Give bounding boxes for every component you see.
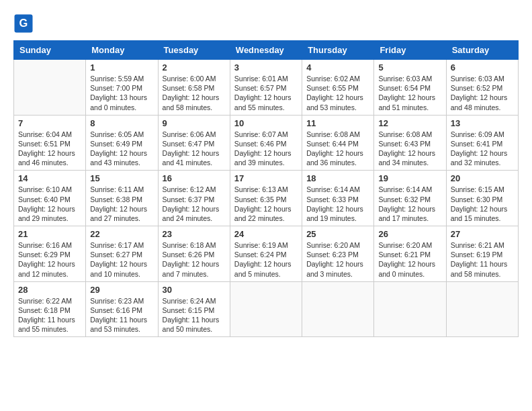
- day-info: Sunrise: 6:02 AM Sunset: 6:55 PM Dayligh…: [306, 74, 369, 112]
- day-number: 6: [451, 62, 514, 73]
- day-info: Sunrise: 6:13 AM Sunset: 6:35 PM Dayligh…: [234, 185, 298, 223]
- calendar-cell: 18Sunrise: 6:14 AM Sunset: 6:33 PM Dayli…: [302, 171, 374, 226]
- day-info: Sunrise: 6:23 AM Sunset: 6:16 PM Dayligh…: [90, 296, 153, 334]
- weekday-header-wednesday: Wednesday: [230, 41, 302, 60]
- day-info: Sunrise: 6:04 AM Sunset: 6:51 PM Dayligh…: [18, 130, 81, 168]
- day-info: Sunrise: 6:10 AM Sunset: 6:40 PM Dayligh…: [18, 185, 81, 223]
- day-info: Sunrise: 6:08 AM Sunset: 6:43 PM Dayligh…: [378, 130, 441, 168]
- day-number: 12: [378, 118, 441, 128]
- day-number: 22: [90, 229, 153, 239]
- logo-icon: G: [13, 13, 34, 34]
- calendar-cell: 20Sunrise: 6:15 AM Sunset: 6:30 PM Dayli…: [446, 171, 518, 226]
- weekday-header-friday: Friday: [374, 41, 446, 60]
- calendar-cell: 27Sunrise: 6:21 AM Sunset: 6:19 PM Dayli…: [446, 226, 518, 282]
- day-number: 17: [234, 173, 298, 183]
- calendar-cell: 14Sunrise: 6:10 AM Sunset: 6:40 PM Dayli…: [14, 171, 86, 226]
- day-info: Sunrise: 6:17 AM Sunset: 6:27 PM Dayligh…: [90, 240, 153, 279]
- calendar-cell: 23Sunrise: 6:18 AM Sunset: 6:26 PM Dayli…: [158, 226, 230, 282]
- calendar-cell: 8Sunrise: 6:05 AM Sunset: 6:49 PM Daylig…: [86, 115, 158, 171]
- calendar-table: SundayMondayTuesdayWednesdayThursdayFrid…: [13, 40, 519, 337]
- day-info: Sunrise: 6:20 AM Sunset: 6:23 PM Dayligh…: [306, 240, 369, 279]
- day-info: Sunrise: 6:11 AM Sunset: 6:38 PM Dayligh…: [90, 185, 153, 223]
- calendar-week-row: 7Sunrise: 6:04 AM Sunset: 6:51 PM Daylig…: [14, 115, 519, 171]
- day-info: Sunrise: 6:20 AM Sunset: 6:21 PM Dayligh…: [378, 240, 441, 279]
- day-number: 21: [18, 229, 81, 239]
- calendar-cell: [446, 281, 518, 337]
- calendar-cell: 21Sunrise: 6:16 AM Sunset: 6:29 PM Dayli…: [14, 226, 86, 282]
- day-number: 23: [163, 229, 226, 239]
- calendar-week-row: 1Sunrise: 5:59 AM Sunset: 7:00 PM Daylig…: [14, 60, 519, 116]
- calendar-cell: 16Sunrise: 6:12 AM Sunset: 6:37 PM Dayli…: [158, 171, 230, 226]
- day-number: 29: [90, 285, 153, 295]
- weekday-header-tuesday: Tuesday: [158, 41, 230, 60]
- logo: G: [13, 13, 36, 34]
- day-number: 28: [18, 285, 81, 295]
- day-info: Sunrise: 6:19 AM Sunset: 6:24 PM Dayligh…: [234, 240, 298, 279]
- day-number: 9: [163, 118, 226, 128]
- day-number: 1: [90, 62, 153, 73]
- calendar-cell: [302, 281, 374, 337]
- weekday-header-sunday: Sunday: [14, 41, 86, 60]
- weekday-header-saturday: Saturday: [446, 41, 518, 60]
- day-number: 20: [451, 173, 514, 183]
- day-number: 11: [306, 118, 369, 128]
- day-info: Sunrise: 6:06 AM Sunset: 6:47 PM Dayligh…: [163, 130, 226, 168]
- calendar-cell: 24Sunrise: 6:19 AM Sunset: 6:24 PM Dayli…: [230, 226, 302, 282]
- calendar-cell: 10Sunrise: 6:07 AM Sunset: 6:46 PM Dayli…: [230, 115, 302, 171]
- day-info: Sunrise: 6:14 AM Sunset: 6:33 PM Dayligh…: [306, 185, 369, 223]
- calendar-cell: 28Sunrise: 6:22 AM Sunset: 6:18 PM Dayli…: [14, 281, 86, 337]
- day-info: Sunrise: 6:07 AM Sunset: 6:46 PM Dayligh…: [234, 130, 298, 168]
- calendar-cell: 17Sunrise: 6:13 AM Sunset: 6:35 PM Dayli…: [230, 171, 302, 226]
- calendar-cell: 4Sunrise: 6:02 AM Sunset: 6:55 PM Daylig…: [302, 60, 374, 116]
- calendar-week-row: 21Sunrise: 6:16 AM Sunset: 6:29 PM Dayli…: [14, 226, 519, 282]
- day-info: Sunrise: 6:22 AM Sunset: 6:18 PM Dayligh…: [18, 296, 81, 334]
- day-info: Sunrise: 6:12 AM Sunset: 6:37 PM Dayligh…: [163, 185, 226, 223]
- day-number: 24: [234, 229, 298, 239]
- day-info: Sunrise: 6:08 AM Sunset: 6:44 PM Dayligh…: [306, 130, 369, 168]
- day-number: 14: [18, 173, 81, 183]
- calendar-cell: [230, 281, 302, 337]
- day-number: 3: [234, 62, 298, 73]
- calendar-week-row: 14Sunrise: 6:10 AM Sunset: 6:40 PM Dayli…: [14, 171, 519, 226]
- calendar-cell: 2Sunrise: 6:00 AM Sunset: 6:58 PM Daylig…: [158, 60, 230, 116]
- day-number: 26: [378, 229, 441, 239]
- day-number: 8: [90, 118, 153, 128]
- calendar-cell: 11Sunrise: 6:08 AM Sunset: 6:44 PM Dayli…: [302, 115, 374, 171]
- calendar-cell: 13Sunrise: 6:09 AM Sunset: 6:41 PM Dayli…: [446, 115, 518, 171]
- calendar-cell: 19Sunrise: 6:14 AM Sunset: 6:32 PM Dayli…: [374, 171, 446, 226]
- day-number: 25: [306, 229, 369, 239]
- calendar-cell: 30Sunrise: 6:24 AM Sunset: 6:15 PM Dayli…: [158, 281, 230, 337]
- day-number: 10: [234, 118, 298, 128]
- calendar-cell: 25Sunrise: 6:20 AM Sunset: 6:23 PM Dayli…: [302, 226, 374, 282]
- calendar-cell: [14, 60, 86, 116]
- day-number: 18: [306, 173, 369, 183]
- calendar-week-row: 28Sunrise: 6:22 AM Sunset: 6:18 PM Dayli…: [14, 281, 519, 337]
- calendar-cell: 1Sunrise: 5:59 AM Sunset: 7:00 PM Daylig…: [86, 60, 158, 116]
- weekday-header-monday: Monday: [86, 41, 158, 60]
- calendar-cell: 22Sunrise: 6:17 AM Sunset: 6:27 PM Dayli…: [86, 226, 158, 282]
- calendar-cell: 26Sunrise: 6:20 AM Sunset: 6:21 PM Dayli…: [374, 226, 446, 282]
- day-info: Sunrise: 6:18 AM Sunset: 6:26 PM Dayligh…: [163, 240, 226, 279]
- day-info: Sunrise: 6:21 AM Sunset: 6:19 PM Dayligh…: [451, 240, 514, 279]
- day-info: Sunrise: 6:16 AM Sunset: 6:29 PM Dayligh…: [18, 240, 81, 279]
- day-info: Sunrise: 6:15 AM Sunset: 6:30 PM Dayligh…: [451, 185, 514, 223]
- day-number: 5: [378, 62, 441, 73]
- day-number: 4: [306, 62, 369, 73]
- day-number: 13: [451, 118, 514, 128]
- page-header: G: [13, 13, 519, 34]
- day-info: Sunrise: 6:01 AM Sunset: 6:57 PM Dayligh…: [234, 74, 298, 112]
- day-number: 15: [90, 173, 153, 183]
- day-number: 19: [378, 173, 441, 183]
- day-info: Sunrise: 6:00 AM Sunset: 6:58 PM Dayligh…: [163, 74, 226, 112]
- weekday-header-row: SundayMondayTuesdayWednesdayThursdayFrid…: [14, 41, 519, 60]
- day-info: Sunrise: 6:09 AM Sunset: 6:41 PM Dayligh…: [451, 130, 514, 168]
- day-number: 7: [18, 118, 81, 128]
- day-info: Sunrise: 6:24 AM Sunset: 6:15 PM Dayligh…: [163, 296, 226, 334]
- day-info: Sunrise: 6:05 AM Sunset: 6:49 PM Dayligh…: [90, 130, 153, 168]
- day-number: 16: [163, 173, 226, 183]
- day-info: Sunrise: 6:14 AM Sunset: 6:32 PM Dayligh…: [378, 185, 441, 223]
- day-info: Sunrise: 6:03 AM Sunset: 6:52 PM Dayligh…: [451, 74, 514, 112]
- day-info: Sunrise: 6:03 AM Sunset: 6:54 PM Dayligh…: [378, 74, 441, 112]
- day-number: 2: [163, 62, 226, 73]
- calendar-cell: 9Sunrise: 6:06 AM Sunset: 6:47 PM Daylig…: [158, 115, 230, 171]
